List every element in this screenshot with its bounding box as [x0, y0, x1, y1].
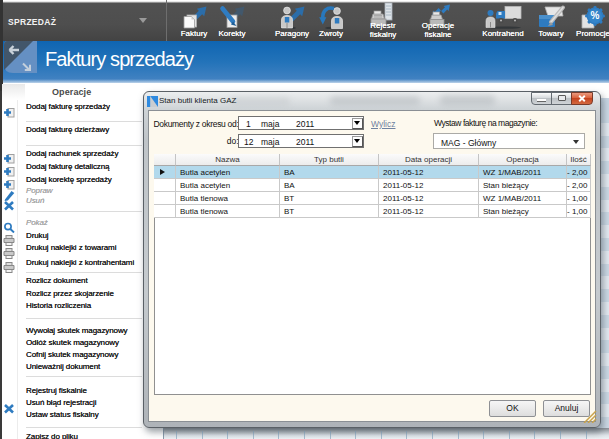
- svg-text:%: %: [591, 10, 600, 21]
